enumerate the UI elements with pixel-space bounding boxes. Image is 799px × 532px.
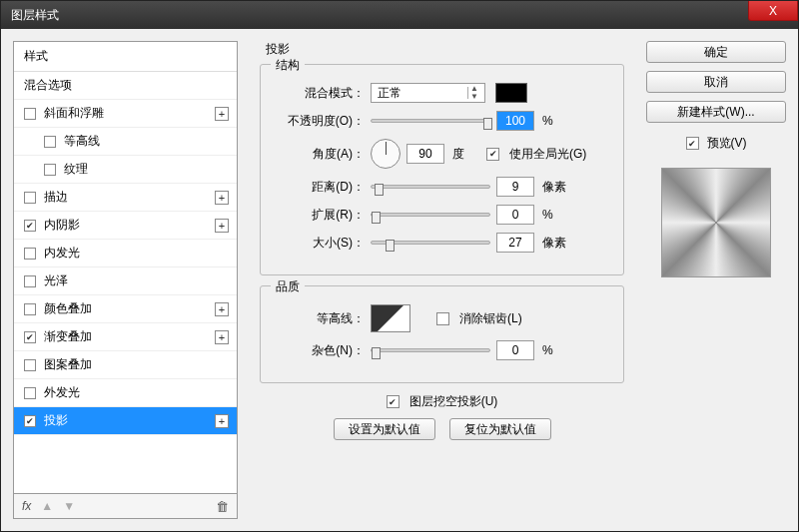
knockout-checkbox[interactable] (387, 395, 400, 408)
global-light-label: 使用全局光(G) (509, 146, 586, 163)
style-checkbox[interactable] (44, 136, 56, 148)
style-item-label: 斜面和浮雕 (44, 105, 104, 122)
action-column: 确定 取消 新建样式(W)... 预览(V) (646, 41, 786, 519)
spread-row: 扩展(R)： 0 % (275, 205, 609, 225)
style-item[interactable]: 等高线 (14, 128, 237, 156)
style-checkbox[interactable] (24, 108, 36, 120)
blend-options-item[interactable]: 混合选项 (14, 72, 237, 100)
noise-input[interactable]: 0 (496, 340, 534, 360)
style-item[interactable]: 投影+ (14, 407, 237, 435)
settings-column: 投影 结构 混合模式： 正常 ▲▼ 不透明度(O)： 100 % (250, 41, 634, 519)
style-item[interactable]: 颜色叠加+ (14, 295, 237, 323)
style-item-label: 渐变叠加 (44, 328, 92, 345)
size-label: 大小(S)： (275, 235, 365, 252)
style-item-label: 外发光 (44, 384, 80, 401)
style-item[interactable]: 光泽 (14, 267, 237, 295)
structure-group: 结构 混合模式： 正常 ▲▼ 不透明度(O)： 100 % 角度(A (260, 64, 624, 275)
angle-row: 角度(A)： 90 度 使用全局光(G) (275, 139, 609, 169)
add-effect-icon[interactable]: + (215, 219, 229, 233)
blend-mode-select[interactable]: 正常 ▲▼ (371, 83, 485, 103)
opacity-row: 不透明度(O)： 100 % (275, 111, 609, 131)
style-item[interactable]: 内阴影+ (14, 212, 237, 240)
knockout-row: 图层挖空投影(U) (260, 393, 624, 410)
style-item[interactable]: 描边+ (14, 184, 237, 212)
quality-legend: 品质 (271, 278, 305, 295)
blend-mode-row: 混合模式： 正常 ▲▼ (275, 83, 609, 103)
opacity-input[interactable]: 100 (496, 111, 534, 131)
contour-picker[interactable] (371, 304, 410, 332)
knockout-label: 图层挖空投影(U) (409, 393, 498, 410)
add-effect-icon[interactable]: + (215, 107, 229, 121)
spread-unit: % (542, 208, 553, 222)
add-effect-icon[interactable]: + (215, 414, 229, 428)
size-input[interactable]: 27 (496, 233, 534, 253)
style-list-header[interactable]: 样式 (14, 42, 237, 72)
angle-dial[interactable] (371, 139, 400, 169)
style-list: 样式 混合选项 斜面和浮雕+等高线纹理描边+内阴影+内发光光泽颜色叠加+渐变叠加… (13, 41, 238, 493)
style-item[interactable]: 渐变叠加+ (14, 323, 237, 351)
preview-toggle-row: 预览(V) (646, 135, 786, 152)
size-slider[interactable] (371, 241, 490, 245)
trash-icon[interactable]: 🗑 (216, 499, 229, 514)
angle-label: 角度(A)： (275, 146, 365, 163)
add-effect-icon[interactable]: + (215, 302, 229, 316)
style-item-label: 内阴影 (44, 217, 80, 234)
style-checkbox[interactable] (24, 303, 36, 315)
titlebar[interactable]: 图层样式 X (1, 1, 798, 29)
distance-unit: 像素 (542, 179, 566, 196)
arrow-up-icon[interactable]: ▲ (41, 499, 53, 513)
ok-button[interactable]: 确定 (646, 41, 786, 63)
blend-mode-label: 混合模式： (275, 85, 365, 102)
angle-unit: 度 (452, 146, 464, 163)
distance-slider[interactable] (371, 185, 490, 189)
layer-style-dialog: 图层样式 X 样式 混合选项 斜面和浮雕+等高线纹理描边+内阴影+内发光光泽颜色… (0, 0, 799, 532)
angle-input[interactable]: 90 (406, 144, 444, 164)
noise-unit: % (542, 343, 553, 357)
style-item[interactable]: 纹理 (14, 156, 237, 184)
distance-input[interactable]: 9 (496, 177, 534, 197)
preview-label: 预览(V) (707, 135, 747, 152)
spread-input[interactable]: 0 (496, 205, 534, 225)
new-style-button[interactable]: 新建样式(W)... (646, 101, 786, 123)
reset-default-button[interactable]: 复位为默认值 (449, 418, 551, 440)
style-checkbox[interactable] (24, 387, 36, 399)
distance-row: 距离(D)： 9 像素 (275, 177, 609, 197)
style-item-label: 图案叠加 (44, 356, 92, 373)
dialog-content: 样式 混合选项 斜面和浮雕+等高线纹理描边+内阴影+内发光光泽颜色叠加+渐变叠加… (1, 29, 798, 531)
shadow-color-swatch[interactable] (495, 83, 527, 103)
style-item[interactable]: 斜面和浮雕+ (14, 100, 237, 128)
add-effect-icon[interactable]: + (215, 191, 229, 205)
contour-row: 等高线： 消除锯齿(L) (275, 304, 609, 332)
antialias-label: 消除锯齿(L) (459, 310, 522, 327)
style-item[interactable]: 图案叠加 (14, 351, 237, 379)
antialias-checkbox[interactable] (436, 312, 449, 325)
cancel-button[interactable]: 取消 (646, 71, 786, 93)
style-checkbox[interactable] (24, 220, 36, 232)
style-item[interactable]: 外发光 (14, 379, 237, 407)
close-button[interactable]: X (748, 1, 798, 21)
style-checkbox[interactable] (24, 192, 36, 204)
style-item-label: 等高线 (64, 133, 100, 150)
style-checkbox[interactable] (24, 331, 36, 343)
style-checkbox[interactable] (24, 415, 36, 427)
noise-slider[interactable] (371, 348, 490, 352)
opacity-slider[interactable] (371, 119, 490, 123)
style-item-label: 纹理 (64, 161, 88, 178)
make-default-button[interactable]: 设置为默认值 (334, 418, 435, 440)
preview-checkbox[interactable] (686, 137, 699, 150)
noise-label: 杂色(N)： (275, 342, 365, 359)
arrow-down-icon[interactable]: ▼ (63, 499, 75, 513)
spread-slider[interactable] (371, 213, 490, 217)
fx-label[interactable]: fx (22, 499, 31, 513)
distance-label: 距离(D)： (275, 179, 365, 196)
add-effect-icon[interactable]: + (215, 330, 229, 344)
structure-legend: 结构 (271, 57, 305, 74)
style-checkbox[interactable] (44, 164, 56, 176)
style-checkbox[interactable] (24, 275, 36, 287)
global-light-checkbox[interactable] (486, 148, 499, 161)
style-item[interactable]: 内发光 (14, 240, 237, 267)
style-item-label: 光泽 (44, 272, 68, 289)
style-checkbox[interactable] (24, 359, 36, 371)
style-checkbox[interactable] (24, 248, 36, 260)
noise-row: 杂色(N)： 0 % (275, 340, 609, 360)
